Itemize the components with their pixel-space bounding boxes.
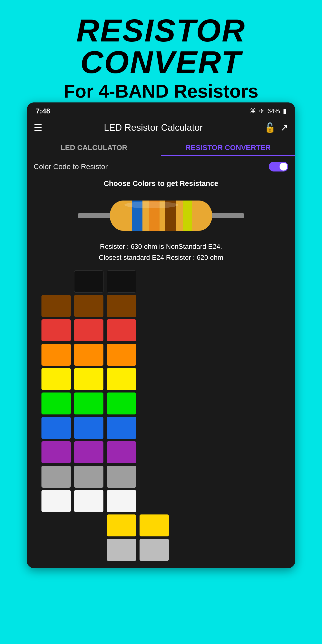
color-cell-red-3[interactable] xyxy=(107,319,136,341)
color-cell-black-2[interactable] xyxy=(74,270,104,292)
color-row-violet xyxy=(42,441,280,463)
choose-colors-label: Choose Colors to get Resistance xyxy=(27,177,295,192)
toggle-label: Color Code to Resistor xyxy=(34,162,264,171)
hamburger-icon[interactable]: ☰ xyxy=(34,122,42,133)
toggle-knob xyxy=(280,163,287,170)
status-time: 7:48 xyxy=(36,107,50,115)
battery-text: 64% xyxy=(267,107,280,115)
color-row-white xyxy=(42,490,280,512)
color-cell-red-1[interactable] xyxy=(42,319,71,341)
color-cell-violet-1[interactable] xyxy=(42,441,71,463)
resistor-info-line2: Closest standard E24 Resistor : 620 ohm xyxy=(34,252,288,263)
color-cell-green-2[interactable] xyxy=(74,392,104,414)
color-cell-green-1[interactable] xyxy=(42,392,71,414)
color-cell-grey-2[interactable] xyxy=(74,466,104,488)
svg-point-9 xyxy=(124,202,178,208)
color-cell-yellow-1[interactable] xyxy=(42,368,71,390)
color-row-orange xyxy=(42,344,280,366)
resistor-svg xyxy=(78,196,244,236)
color-cell-violet-3[interactable] xyxy=(107,441,136,463)
color-cell-grey-1[interactable] xyxy=(42,466,71,488)
color-row-blue xyxy=(42,417,280,439)
color-cell-gold-4[interactable] xyxy=(140,514,169,536)
color-cell-black-3[interactable] xyxy=(107,270,136,292)
color-cell-grey-3[interactable] xyxy=(107,466,136,488)
color-cell-silver-4[interactable] xyxy=(140,539,169,561)
airplane-icon: ✈ xyxy=(259,107,264,115)
color-cell-yellow-3[interactable] xyxy=(107,368,136,390)
color-row-grey xyxy=(42,466,280,488)
color-cell-blue-3[interactable] xyxy=(107,417,136,439)
color-row-silver xyxy=(42,539,280,561)
battery-icon: ▮ xyxy=(283,107,286,115)
app-title: LED Resistor Calculator xyxy=(47,122,259,133)
tab-led-calculator[interactable]: LED CALCULATOR xyxy=(27,138,161,156)
status-bar: 7:48 ⌘ ✈ 64% ▮ xyxy=(27,102,295,118)
toggle-switch[interactable] xyxy=(269,162,288,172)
color-cell-white-2[interactable] xyxy=(74,490,104,512)
color-row-brown xyxy=(42,295,280,317)
color-cell-orange-2[interactable] xyxy=(74,344,104,366)
resistor-area xyxy=(27,192,295,238)
color-cell-blue-2[interactable] xyxy=(74,417,104,439)
wifi-icon: ⌘ xyxy=(250,107,256,115)
toggle-row: Color Code to Resistor xyxy=(27,156,295,177)
color-cell-blue-1[interactable] xyxy=(42,417,71,439)
color-cell-brown-3[interactable] xyxy=(107,295,136,317)
color-row-red xyxy=(42,319,280,341)
color-cell-brown-2[interactable] xyxy=(74,295,104,317)
resistor-info-line1: Resistor : 630 ohm is NonStandard E24. xyxy=(34,241,288,252)
color-row-yellow xyxy=(42,368,280,390)
color-cell-black-empty1 xyxy=(42,270,71,292)
color-cell-gold-3[interactable] xyxy=(107,514,136,536)
color-cell-white-1[interactable] xyxy=(42,490,71,512)
color-grid-area xyxy=(27,268,295,568)
lock-icon[interactable]: 🔓 xyxy=(264,122,276,133)
main-title: RESISTOR CONVERT xyxy=(15,15,307,78)
tabs-bar: LED CALCULATOR RESISTOR CONVERTER xyxy=(27,138,295,156)
status-icons: ⌘ ✈ 64% ▮ xyxy=(250,107,286,115)
color-row-gold xyxy=(42,514,280,536)
color-row-green xyxy=(42,392,280,414)
color-cell-silver-3[interactable] xyxy=(107,539,136,561)
share-icon[interactable]: ↗ xyxy=(280,122,288,133)
svg-rect-8 xyxy=(183,200,192,231)
color-cell-green-3[interactable] xyxy=(107,392,136,414)
color-cell-yellow-2[interactable] xyxy=(74,368,104,390)
resistor-info: Resistor : 630 ohm is NonStandard E24. C… xyxy=(27,238,295,268)
sub-title: For 4-BAND Resistors xyxy=(15,80,307,102)
color-cell-red-2[interactable] xyxy=(74,319,104,341)
color-cell-orange-1[interactable] xyxy=(42,344,71,366)
color-cell-white-3[interactable] xyxy=(107,490,136,512)
tab-resistor-converter[interactable]: RESISTOR CONVERTER xyxy=(161,138,295,156)
color-cell-orange-3[interactable] xyxy=(107,344,136,366)
color-cell-violet-2[interactable] xyxy=(74,441,104,463)
app-bar: ☰ LED Resistor Calculator 🔓 ↗ xyxy=(27,118,295,138)
color-cell-brown-1[interactable] xyxy=(42,295,71,317)
color-row-black xyxy=(42,270,280,292)
phone-frame: 7:48 ⌘ ✈ 64% ▮ ☰ LED Resistor Calculator… xyxy=(27,102,295,568)
